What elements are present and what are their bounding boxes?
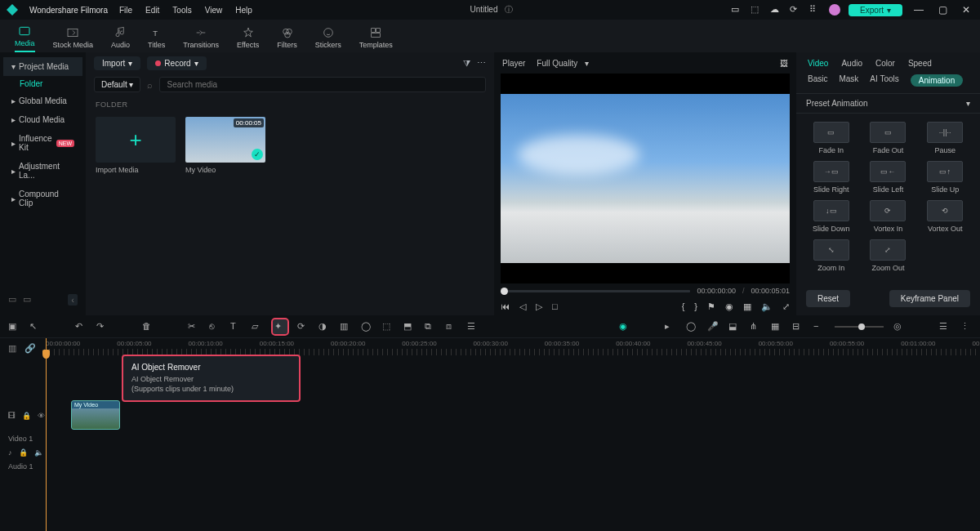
subtab-basic[interactable]: Basic	[808, 74, 827, 87]
timeline-ruler[interactable]: 00:00:00:00 00:00:05:00 00:00:10:00 00:0…	[44, 338, 980, 358]
bracket-in-icon[interactable]: {	[682, 301, 685, 312]
subtab-animation[interactable]: Animation	[911, 74, 963, 87]
menu-tools[interactable]: Tools	[172, 6, 191, 15]
search-input[interactable]	[159, 77, 486, 92]
zoom-out-icon[interactable]: −	[813, 321, 825, 332]
zoom-fit-icon[interactable]: ◎	[893, 321, 905, 332]
menu-view[interactable]: View	[205, 6, 223, 15]
sidebar-item-influence-kit[interactable]: ▸Influence KitNEW	[3, 129, 82, 157]
close-button[interactable]: ✕	[959, 4, 973, 16]
mute-icon[interactable]: 🔈	[34, 448, 43, 457]
sidebar-item-global-media[interactable]: ▸Global Media	[3, 91, 82, 110]
split-icon[interactable]: ⎋	[209, 321, 220, 332]
sidebar-item-compound-clip[interactable]: ▸Compound Clip	[3, 185, 82, 212]
undo-icon[interactable]: ↶	[75, 321, 87, 332]
preset-row[interactable]: Preset Animation ▾	[796, 93, 980, 114]
tl-opts-icon[interactable]: ⋮	[960, 321, 972, 332]
anim-vortex-out[interactable]: ⟲Vortex Out	[920, 200, 970, 233]
tab-audio[interactable]: Audio	[111, 26, 130, 52]
redo-icon[interactable]: ↷	[96, 321, 108, 332]
refresh-icon[interactable]: ⟳	[790, 4, 801, 16]
timeline-clip[interactable]: My Video	[71, 400, 120, 430]
subtab-ai-tools[interactable]: AI Tools	[870, 74, 898, 87]
fullscreen-icon[interactable]: ⤢	[782, 301, 790, 312]
volume-icon[interactable]: 🔈	[761, 301, 773, 312]
snap-icon[interactable]: ⋔	[750, 321, 761, 332]
lock-icon[interactable]: 🔒	[19, 448, 28, 457]
stop-icon[interactable]: ◁	[519, 301, 526, 312]
sidebar-item-project-media[interactable]: ▾Project Media	[3, 57, 82, 76]
voiceover-icon[interactable]: ◉	[725, 301, 733, 312]
speed-icon[interactable]: ⟳	[297, 321, 309, 332]
lock-icon[interactable]: 🔒	[22, 412, 31, 420]
tl-icon-6[interactable]: ⧈	[446, 321, 457, 332]
ai-object-remover-button[interactable]: ✦	[273, 319, 287, 334]
cut-icon[interactable]: ✂	[188, 321, 199, 332]
media-thumb-my-video[interactable]: 00:00:05 ✓ My Video	[185, 117, 265, 174]
record-button[interactable]: Record ▾	[147, 56, 206, 70]
tl-icon-4[interactable]: ⬒	[403, 321, 415, 332]
anim-zoom-in[interactable]: ⤡Zoom In	[806, 239, 857, 272]
subtab-mask[interactable]: Mask	[839, 74, 858, 87]
play-icon[interactable]: ▷	[536, 301, 542, 312]
tl-icon-3[interactable]: ⬚	[382, 321, 394, 332]
player-canvas[interactable]	[501, 74, 790, 283]
quality-dropdown[interactable]: Full Quality ▾	[537, 59, 588, 68]
zoom-slider[interactable]	[835, 326, 884, 328]
snapshot-icon[interactable]: 🖼	[780, 59, 788, 68]
tab-effects[interactable]: Effects	[237, 26, 259, 52]
avatar[interactable]	[829, 4, 840, 16]
tab-media[interactable]: Media	[15, 25, 35, 52]
anim-fade-out[interactable]: ▭Fade Out	[863, 122, 914, 154]
tab-speed[interactable]: Speed	[908, 59, 932, 68]
maximize-button[interactable]: ▢	[935, 4, 951, 16]
anim-slide-left[interactable]: ▭←Slide Left	[863, 161, 914, 194]
collapse-sidebar-icon[interactable]: ‹	[68, 294, 78, 306]
color-icon[interactable]: ◑	[318, 321, 330, 332]
sidebar-item-cloud-media[interactable]: ▸Cloud Media	[3, 110, 82, 129]
tl-r7-icon[interactable]: ⊟	[792, 321, 804, 332]
anim-zoom-out[interactable]: ⤢Zoom Out	[863, 239, 914, 272]
list-view-icon[interactable]: ☰	[939, 321, 951, 332]
tl-link-icon[interactable]: 🔗	[24, 343, 36, 354]
tl-select-icon[interactable]: ↖	[29, 321, 41, 332]
text-icon[interactable]: T	[230, 321, 242, 332]
apps-icon[interactable]: ⠿	[809, 4, 821, 16]
tl-r2-icon[interactable]: ◯	[686, 321, 697, 332]
import-media-tile[interactable]: + Import Media	[96, 117, 176, 174]
delete-icon[interactable]: 🗑	[142, 321, 154, 332]
export-button[interactable]: Export ▾	[849, 4, 902, 16]
bracket-out-icon[interactable]: }	[694, 301, 697, 312]
tl-icon-1[interactable]: ▥	[340, 321, 351, 332]
tab-titles[interactable]: TTitles	[148, 26, 165, 52]
tl-r4-icon[interactable]: ⬓	[728, 321, 740, 332]
sidebar-item-folder[interactable]: Folder	[3, 76, 82, 91]
audio-lane[interactable]	[69, 444, 980, 461]
tab-templates[interactable]: Templates	[359, 26, 393, 52]
tab-transitions[interactable]: Transitions	[183, 26, 219, 52]
mic-icon[interactable]: 🎤	[707, 321, 719, 332]
menu-edit[interactable]: Edit	[145, 6, 159, 15]
menu-help[interactable]: Help	[235, 6, 252, 15]
cube-icon[interactable]: ⬚	[751, 4, 762, 16]
tab-video[interactable]: Video	[808, 59, 828, 68]
tl-pointer-icon[interactable]: ▣	[8, 321, 20, 332]
import-button[interactable]: Import ▾	[94, 56, 140, 70]
anim-slide-up[interactable]: ▭↑Slide Up	[920, 161, 970, 194]
prev-frame-icon[interactable]: ⏮	[501, 301, 510, 312]
tab-stickers[interactable]: Stickers	[315, 26, 341, 52]
device-icon[interactable]: ▭	[731, 4, 742, 16]
help-icon[interactable]: ⓘ	[505, 5, 513, 14]
marker-icon[interactable]: ⚑	[707, 301, 715, 312]
tl-r1-icon[interactable]: ▸	[665, 321, 676, 332]
scrubber-track[interactable]	[501, 290, 690, 292]
tab-stock-media[interactable]: Stock Media	[53, 26, 94, 52]
filter-icon[interactable]: ⧩	[463, 58, 470, 69]
new-bin-icon[interactable]: ▭	[23, 294, 31, 306]
minimize-button[interactable]: —	[911, 4, 927, 16]
tl-r6-icon[interactable]: ▦	[771, 321, 782, 332]
mute-icon[interactable]: 👁	[38, 412, 45, 420]
keyframe-panel-button[interactable]: Keyframe Panel	[889, 290, 970, 307]
tab-filters[interactable]: Filters	[277, 26, 297, 52]
anim-fade-in[interactable]: ▭Fade In	[806, 122, 857, 154]
